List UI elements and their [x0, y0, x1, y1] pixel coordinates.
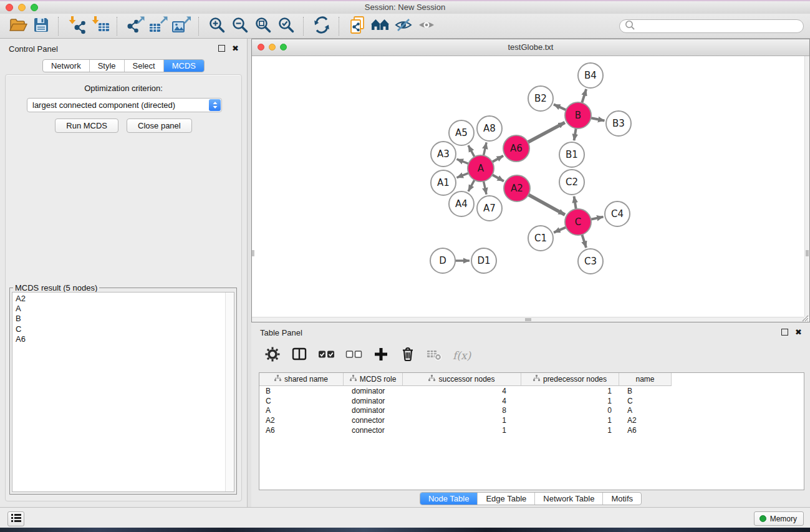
- table-cell[interactable]: connector: [344, 426, 403, 435]
- zoom-view-button[interactable]: [280, 44, 287, 51]
- hide-unselected-button[interactable]: [392, 15, 415, 37]
- column-header-successor-nodes[interactable]: successor nodes: [403, 373, 521, 386]
- mcds-list-scrollbar[interactable]: [225, 293, 234, 491]
- vertical-scrollbar-thumb[interactable]: [806, 250, 809, 256]
- task-history-button[interactable]: [7, 511, 24, 526]
- graph-node-C3[interactable]: C3: [578, 249, 603, 274]
- float-panel-icon[interactable]: [218, 45, 225, 52]
- graph-node-C2[interactable]: C2: [559, 170, 584, 195]
- table-row[interactable]: Bdominator41B: [259, 386, 804, 396]
- table-cell[interactable]: 1: [521, 416, 619, 425]
- network-window-titlebar[interactable]: testGlobe.txt: [252, 39, 809, 56]
- table-cell[interactable]: 4: [403, 387, 521, 395]
- table-row[interactable]: A2connector11A2: [259, 415, 804, 425]
- export-image-button[interactable]: [170, 15, 193, 37]
- save-session-button[interactable]: [29, 15, 52, 37]
- search-input[interactable]: [635, 20, 803, 32]
- minimize-window-button[interactable]: [18, 4, 26, 11]
- resize-grip[interactable]: [801, 313, 809, 321]
- tab-network[interactable]: Network: [43, 60, 90, 72]
- vertical-scrollbar[interactable]: [804, 56, 809, 317]
- tab-mcds[interactable]: MCDS: [164, 60, 204, 72]
- export-table-button[interactable]: [147, 15, 170, 37]
- graph-node-A5[interactable]: A5: [449, 120, 474, 145]
- minimize-view-button[interactable]: [269, 44, 276, 51]
- zoom-fit-button[interactable]: [251, 15, 274, 37]
- run-mcds-button[interactable]: Run MCDS: [55, 118, 118, 133]
- table-cell[interactable]: A6: [259, 426, 344, 435]
- table-cell[interactable]: connector: [344, 416, 403, 425]
- table-cell[interactable]: 1: [521, 426, 619, 435]
- zoom-out-button[interactable]: [228, 15, 251, 37]
- pane-divider-handle[interactable]: [252, 250, 254, 256]
- new-network-from-file-button[interactable]: [345, 15, 369, 37]
- table-cell[interactable]: dominator: [344, 397, 403, 405]
- function-builder-button[interactable]: f(x): [453, 349, 471, 362]
- tab-edge-table[interactable]: Edge Table: [478, 493, 535, 505]
- column-header-predecessor-nodes[interactable]: predecessor nodes: [521, 373, 619, 386]
- memory-button[interactable]: Memory: [754, 511, 804, 526]
- search-box[interactable]: [619, 19, 804, 33]
- table-cell[interactable]: 4: [403, 397, 521, 405]
- graph-node-A3[interactable]: A3: [431, 142, 456, 167]
- close-panel-button[interactable]: Close panel: [127, 118, 192, 133]
- graph-node-C4[interactable]: C4: [605, 201, 630, 226]
- mcds-result-item[interactable]: C: [12, 324, 225, 334]
- open-session-button[interactable]: [6, 15, 29, 37]
- close-panel-icon[interactable]: ✖: [795, 329, 802, 336]
- tab-select[interactable]: Select: [125, 60, 164, 72]
- graph-node-A8[interactable]: A8: [477, 116, 502, 141]
- table-cell[interactable]: B: [619, 387, 672, 395]
- import-table-button[interactable]: [88, 15, 111, 37]
- column-header-name[interactable]: name: [619, 373, 672, 386]
- tab-network-table[interactable]: Network Table: [535, 493, 603, 505]
- table-cell[interactable]: 1: [521, 387, 619, 395]
- criterion-spinner[interactable]: [209, 99, 221, 111]
- graph-node-A1[interactable]: A1: [431, 170, 456, 195]
- graph-node-D[interactable]: D: [430, 248, 455, 273]
- table-cell[interactable]: A: [259, 406, 344, 415]
- table-row[interactable]: A6connector11A6: [259, 425, 804, 435]
- criterion-select[interactable]: largest connected component (directed): [27, 98, 222, 112]
- zoom-window-button[interactable]: [31, 4, 38, 11]
- table-row[interactable]: Cdominator41C: [259, 396, 804, 406]
- mcds-result-item[interactable]: A: [12, 304, 225, 314]
- horizontal-scrollbar[interactable]: [252, 317, 804, 322]
- graph-node-C1[interactable]: C1: [528, 226, 553, 251]
- graph-node-A[interactable]: A: [468, 155, 494, 181]
- table-cell[interactable]: 1: [521, 397, 619, 405]
- table-cell[interactable]: 1: [403, 416, 521, 425]
- select-all-button[interactable]: [318, 346, 335, 365]
- table-cell[interactable]: A6: [619, 426, 672, 435]
- graph-node-B2[interactable]: B2: [528, 86, 553, 111]
- mcds-result-item[interactable]: A6: [12, 334, 225, 344]
- graph-node-B1[interactable]: B1: [559, 142, 584, 167]
- network-canvas[interactable]: AA6A2BCA5A8A3A1A4A7B2B4B3B1C2C4C1C3DD1: [252, 56, 804, 317]
- network-graph[interactable]: AA6A2BCA5A8A3A1A4A7B2B4B3B1C2C4C1C3DD1: [252, 56, 804, 317]
- table-cell[interactable]: 1: [403, 426, 521, 435]
- table-cell[interactable]: B: [259, 387, 344, 395]
- zoom-in-button[interactable]: [205, 15, 228, 37]
- table-row[interactable]: Adominator80A: [259, 405, 804, 415]
- show-all-button[interactable]: [415, 15, 438, 37]
- table-cell[interactable]: A2: [619, 416, 672, 425]
- mcds-result-item[interactable]: B: [12, 314, 225, 324]
- graph-node-D1[interactable]: D1: [471, 248, 496, 273]
- close-window-button[interactable]: [6, 4, 13, 11]
- horizontal-scrollbar-thumb[interactable]: [525, 318, 531, 321]
- settings-button[interactable]: [264, 346, 281, 365]
- mcds-result-item[interactable]: A2: [12, 294, 225, 304]
- graph-node-A7[interactable]: A7: [477, 196, 502, 221]
- graph-node-B3[interactable]: B3: [606, 111, 631, 136]
- table-cell[interactable]: C: [259, 397, 344, 405]
- close-panel-icon[interactable]: ✖: [232, 45, 239, 52]
- graph-node-C[interactable]: C: [565, 209, 591, 235]
- add-column-button[interactable]: [373, 346, 389, 365]
- import-network-button[interactable]: [65, 15, 88, 37]
- delete-columns-button[interactable]: [400, 346, 416, 365]
- export-network-button[interactable]: [123, 15, 147, 37]
- close-view-button[interactable]: [258, 44, 264, 51]
- column-header-shared-name[interactable]: shared name: [259, 373, 344, 386]
- zoom-selected-button[interactable]: [274, 15, 297, 37]
- graph-node-B[interactable]: B: [565, 102, 591, 128]
